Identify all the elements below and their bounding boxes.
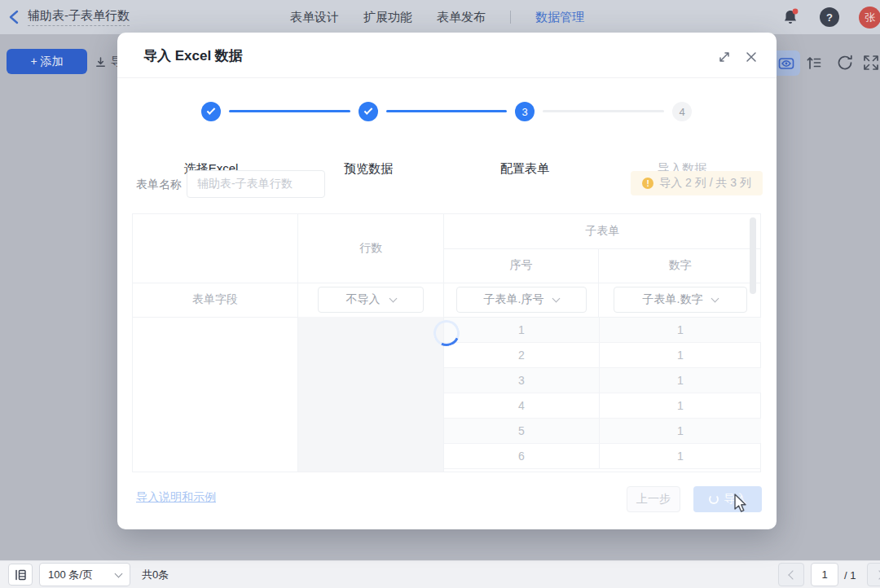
chevron-left-icon xyxy=(788,570,797,579)
close-dialog-icon[interactable] xyxy=(745,50,758,64)
cell-seq: 3 xyxy=(444,368,599,393)
help-icon[interactable]: ? xyxy=(820,7,839,27)
check-icon xyxy=(207,106,216,115)
cell-seq: 6 xyxy=(444,444,599,468)
button-spinner-icon xyxy=(709,494,719,504)
top-navigation: 表单设计 扩展功能 表单发布 数据管理 xyxy=(290,0,584,34)
cell-num: 1 xyxy=(599,393,761,418)
import-excel-dialog: 导入 Excel 数据 3 4 选择Excel 预览数据 配置表单 导入数据 表… xyxy=(117,33,777,529)
cell-num: 1 xyxy=(599,444,761,468)
import-help-link[interactable]: 导入说明和示例 xyxy=(136,490,216,505)
cell-seq: 5 xyxy=(444,419,599,443)
add-record-button[interactable]: + 添加 xyxy=(7,49,87,74)
download-icon xyxy=(95,56,107,68)
sort-list-icon[interactable] xyxy=(805,54,823,72)
column-mapping-table: 行数 子表单 序号 数字 表单字段 不导入 子表单.序号 子表单.数字 1 1 … xyxy=(132,213,761,472)
chevron-right-icon xyxy=(874,570,880,579)
notification-bell-icon[interactable] xyxy=(781,7,800,27)
step-2-label: 预览数据 xyxy=(311,161,425,177)
nav-divider xyxy=(510,11,511,24)
excluded-column-overlay xyxy=(298,317,443,472)
mapping-select-seq[interactable]: 子表单.序号 xyxy=(456,287,587,313)
table-scrollbar-thumb[interactable] xyxy=(750,217,756,294)
cell-num: 1 xyxy=(599,368,761,393)
table-row: 5 1 xyxy=(444,419,761,444)
prev-page-button[interactable] xyxy=(778,563,804,586)
expand-dialog-icon[interactable] xyxy=(718,50,731,64)
table-row: 3 1 xyxy=(444,368,761,393)
step-connector-1 xyxy=(229,110,350,112)
top-header-bar: 辅助表-子表单行数 表单设计 扩展功能 表单发布 数据管理 ? 张 xyxy=(0,0,880,34)
subform-num-header: 数字 xyxy=(599,248,761,283)
field-row-label: 表单字段 xyxy=(133,283,297,317)
nav-form-publish[interactable]: 表单发布 xyxy=(437,10,486,25)
cell-num: 1 xyxy=(599,343,761,367)
column-settings-button[interactable] xyxy=(8,564,33,586)
excel-col-header: 行数 xyxy=(298,214,443,283)
cell-num: 1 xyxy=(599,419,761,443)
cell-seq: 4 xyxy=(444,393,599,418)
dialog-header-divider xyxy=(117,77,777,78)
cell-num: 1 xyxy=(599,318,761,342)
subform-group-header: 子表单 xyxy=(444,214,761,248)
step-4-circle: 4 xyxy=(672,102,692,121)
preview-view-button[interactable] xyxy=(772,50,800,76)
form-name-input[interactable] xyxy=(187,170,325,198)
step-3-label: 配置表单 xyxy=(468,161,582,177)
import-submit-button[interactable]: 导入 xyxy=(693,486,762,512)
cell-seq: 1 xyxy=(444,318,599,342)
step-connector-3 xyxy=(543,110,664,112)
page-total-label: / 1 xyxy=(844,561,856,588)
warning-dot-icon: ! xyxy=(642,178,653,189)
page-title: 辅助表-子表单行数 xyxy=(28,0,130,34)
prev-step-button[interactable]: 上一步 xyxy=(627,486,680,512)
table-row: 4 1 xyxy=(444,393,761,419)
table-row: 1 1 xyxy=(444,318,761,343)
step-3-circle: 3 xyxy=(515,102,535,121)
step-connector-2 xyxy=(386,110,507,112)
back-icon[interactable] xyxy=(7,9,24,25)
dialog-title: 导入 Excel 数据 xyxy=(143,46,243,65)
mouse-cursor xyxy=(732,494,748,515)
next-page-button[interactable] xyxy=(867,563,880,586)
user-avatar[interactable]: 张 xyxy=(859,7,880,29)
page-size-select[interactable]: 100 条/页 xyxy=(39,563,130,586)
table-row: 6 1 xyxy=(444,444,761,469)
refresh-icon[interactable] xyxy=(836,54,854,72)
step-1-circle xyxy=(201,102,221,121)
nav-extensions[interactable]: 扩展功能 xyxy=(363,10,412,25)
nav-form-design[interactable]: 表单设计 xyxy=(290,10,339,25)
form-name-label: 表单名称 xyxy=(136,178,182,192)
fullscreen-icon[interactable] xyxy=(862,54,880,72)
cell-seq: 2 xyxy=(444,343,599,367)
mapping-select-rowcount[interactable]: 不导入 xyxy=(318,287,424,313)
bottom-pagination-bar: 100 条/页 共0条 1 / 1 xyxy=(0,560,880,588)
import-columns-badge: ! 导入 2 列 / 共 3 列 xyxy=(631,171,763,195)
current-page-input[interactable]: 1 xyxy=(811,563,838,586)
check-icon xyxy=(364,106,373,115)
eye-icon xyxy=(778,56,794,71)
column-settings-icon xyxy=(14,568,27,581)
subform-seq-header: 序号 xyxy=(444,248,598,283)
table-row: 2 1 xyxy=(444,343,761,368)
step-2-circle xyxy=(359,102,378,121)
chevron-down-icon xyxy=(389,294,397,302)
chevron-down-icon xyxy=(711,294,719,302)
mapping-select-num[interactable]: 子表单.数字 xyxy=(614,287,747,313)
badge-text: 导入 2 列 / 共 3 列 xyxy=(659,176,751,191)
chevron-down-icon xyxy=(552,294,561,302)
chevron-down-icon xyxy=(115,569,123,577)
nav-data-management[interactable]: 数据管理 xyxy=(535,10,584,25)
total-count-label: 共0条 xyxy=(142,561,169,588)
